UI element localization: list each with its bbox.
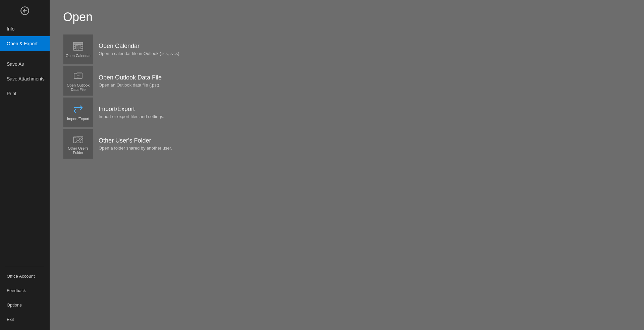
sidebar-divider <box>5 54 44 54</box>
open-outlook-data-file-icon <box>72 70 84 82</box>
sidebar-item-save-attachments[interactable]: Save Attachments <box>0 71 50 86</box>
sidebar-item-exit[interactable]: Exit <box>0 312 50 327</box>
main-content: Open Open Calendar O <box>50 0 644 330</box>
other-users-folder-icon <box>72 133 84 145</box>
import-export-icon-label: Import/Export <box>66 117 91 121</box>
options-list: Open Calendar Open Calendar Open a calen… <box>63 34 631 159</box>
sidebar: Info Open & Export Save As Save Attachme… <box>0 0 50 330</box>
open-outlook-data-file-desc: Open an Outlook data file (.pst). <box>99 82 162 88</box>
import-export-icon-box: Import/Export <box>63 97 93 127</box>
sidebar-nav: Info Open & Export Save As Save Attachme… <box>0 21 50 263</box>
sidebar-item-open-export[interactable]: Open & Export <box>0 36 50 51</box>
import-export-title: Import/Export <box>99 106 164 113</box>
open-calendar-icon <box>72 40 84 52</box>
other-users-folder-text: Other User's Folder Open a folder shared… <box>99 137 172 151</box>
import-export-icon <box>72 103 84 115</box>
other-users-folder-title: Other User's Folder <box>99 137 172 144</box>
import-export-text: Import/Export Import or export files and… <box>99 106 164 119</box>
sidebar-item-info[interactable]: Info <box>0 21 50 36</box>
option-import-export[interactable]: Import/Export Import/Export Import or ex… <box>63 97 631 127</box>
open-calendar-icon-box: Open Calendar <box>63 34 93 64</box>
sidebar-bottom-divider <box>5 266 44 266</box>
sidebar-item-save-as[interactable]: Save As <box>0 57 50 71</box>
open-outlook-data-file-icon-label: Open Outlook Data File <box>63 83 93 92</box>
option-open-outlook-data-file[interactable]: Open Outlook Data File Open Outlook Data… <box>63 66 631 96</box>
back-button[interactable] <box>0 0 50 21</box>
open-calendar-icon-label: Open Calendar <box>64 54 92 58</box>
sidebar-bottom: Office Account Feedback Options Exit <box>0 269 50 330</box>
back-icon <box>20 6 30 15</box>
other-users-folder-desc: Open a folder shared by another user. <box>99 146 172 151</box>
page-title: Open <box>63 10 631 24</box>
open-outlook-data-file-text: Open Outlook Data File Open an Outlook d… <box>99 74 162 88</box>
open-outlook-data-file-icon-box: Open Outlook Data File <box>63 66 93 96</box>
sidebar-item-office-account[interactable]: Office Account <box>0 269 50 283</box>
open-calendar-text: Open Calendar Open a calendar file in Ou… <box>99 43 180 56</box>
option-other-users-folder[interactable]: Other User's Folder Other User's Folder … <box>63 129 631 159</box>
sidebar-item-print[interactable]: Print <box>0 86 50 101</box>
import-export-desc: Import or export files and settings. <box>99 114 164 119</box>
other-users-folder-icon-label: Other User's Folder <box>63 146 93 155</box>
open-calendar-title: Open Calendar <box>99 43 180 50</box>
other-users-folder-icon-box: Other User's Folder <box>63 129 93 159</box>
sidebar-item-feedback[interactable]: Feedback <box>0 283 50 298</box>
option-open-calendar[interactable]: Open Calendar Open Calendar Open a calen… <box>63 34 631 64</box>
open-outlook-data-file-title: Open Outlook Data File <box>99 74 162 81</box>
sidebar-item-options[interactable]: Options <box>0 298 50 312</box>
open-calendar-desc: Open a calendar file in Outlook (.ics, .… <box>99 51 180 56</box>
